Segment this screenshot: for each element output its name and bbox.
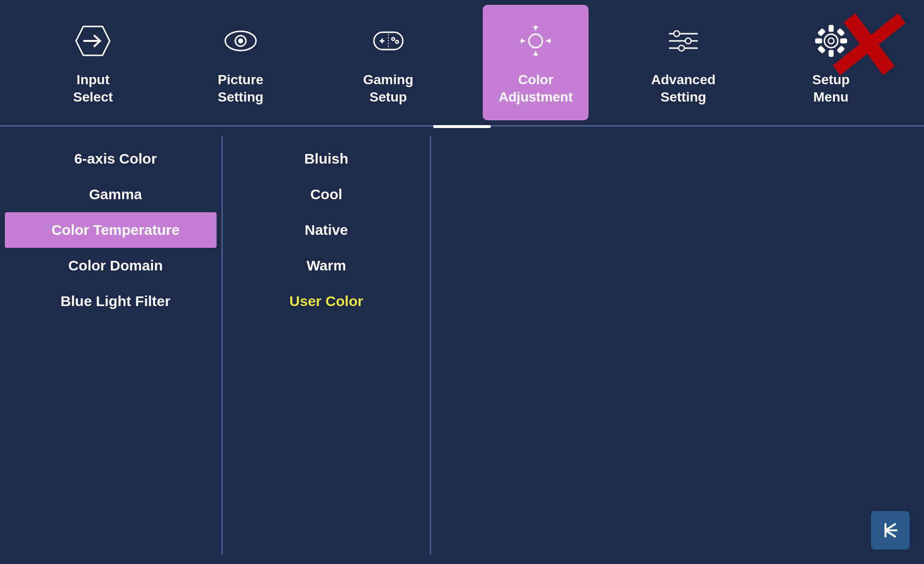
menu-item-6axis[interactable]: 6-axis Color — [0, 141, 221, 177]
nav-gaming-setup-label: GamingSetup — [363, 71, 413, 106]
svg-rect-20 — [685, 38, 691, 44]
nav-gaming-setup[interactable]: GamingSetup — [335, 5, 441, 120]
color-adjustment-icon — [514, 19, 557, 63]
svg-point-22 — [824, 34, 838, 48]
svg-rect-29 — [837, 46, 844, 53]
picture-setting-icon — [219, 19, 262, 63]
nav-input-select[interactable]: InputSelect — [40, 5, 146, 120]
setup-menu-icon — [809, 19, 853, 63]
menu-column: 6-axis Color Gamma Color Temperature Col… — [0, 127, 221, 564]
advanced-setting-icon — [662, 19, 705, 63]
detail-column — [431, 127, 924, 564]
svg-point-11 — [529, 34, 542, 48]
menu-item-blue-light[interactable]: Blue Light Filter — [0, 283, 221, 319]
gaming-setup-icon — [367, 19, 410, 63]
nav-advanced-setting[interactable]: AdvancedSetting — [630, 5, 736, 120]
submenu-column: Bluish Cool Native Warm User Color — [223, 127, 430, 564]
active-indicator — [433, 125, 491, 128]
submenu-bluish[interactable]: Bluish — [223, 141, 430, 177]
nav-setup-menu[interactable]: SetupMenu — [778, 5, 884, 120]
nav-picture-setting-label: PictureSetting — [218, 71, 264, 106]
svg-rect-19 — [674, 31, 680, 37]
submenu-warm[interactable]: Warm — [223, 248, 430, 283]
submenu-user-color[interactable]: User Color — [223, 283, 430, 319]
submenu-native[interactable]: Native — [223, 212, 430, 248]
svg-point-23 — [828, 38, 834, 44]
nav-color-adjustment-label: ColorAdjustment — [499, 71, 573, 106]
svg-rect-31 — [837, 29, 844, 36]
svg-rect-25 — [829, 51, 833, 56]
nav-setup-menu-label: SetupMenu — [812, 71, 850, 106]
svg-point-9 — [396, 40, 398, 43]
svg-rect-21 — [679, 45, 684, 51]
nav-color-adjustment[interactable]: ColorAdjustment — [483, 5, 589, 120]
svg-rect-27 — [841, 39, 847, 43]
nav-divider — [0, 125, 924, 127]
nav-advanced-setting-label: AdvancedSetting — [651, 71, 716, 106]
nav-picture-setting[interactable]: PictureSetting — [188, 5, 294, 120]
nav-input-select-label: InputSelect — [73, 71, 113, 106]
svg-rect-24 — [829, 26, 833, 31]
menu-item-color-temperature[interactable]: Color Temperature — [5, 212, 217, 248]
input-select-icon — [71, 19, 115, 63]
menu-item-color-domain[interactable]: Color Domain — [0, 248, 221, 283]
svg-point-4 — [239, 39, 243, 43]
svg-point-8 — [392, 38, 395, 40]
back-button[interactable] — [871, 511, 910, 550]
svg-rect-30 — [818, 46, 825, 53]
svg-rect-26 — [816, 39, 821, 43]
submenu-cool[interactable]: Cool — [223, 177, 430, 212]
top-navigation: InputSelect PictureSetting — [0, 0, 924, 125]
menu-item-gamma[interactable]: Gamma — [0, 177, 221, 212]
svg-rect-28 — [818, 29, 825, 36]
content-area: 6-axis Color Gamma Color Temperature Col… — [0, 127, 924, 564]
back-icon — [878, 518, 902, 542]
